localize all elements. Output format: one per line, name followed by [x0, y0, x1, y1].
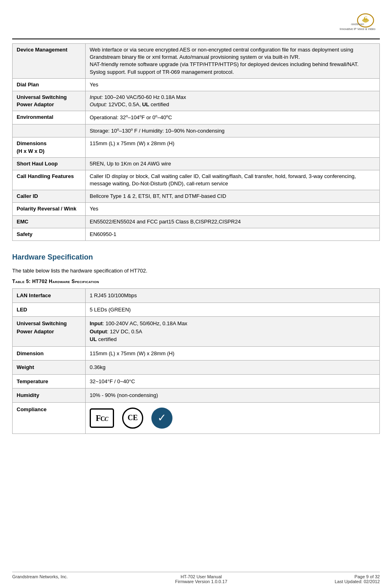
value-emc: EN55022/EN55024 and FCC part15 Class B,C… [86, 215, 380, 228]
svg-text:G: G [364, 16, 368, 21]
value-caller-id: Bellcore Type 1 & 2, ETSI, BT, NTT, and … [86, 190, 380, 203]
table-row: Dimensions(H x W x D) 115mm (L) x 75mm (… [13, 137, 380, 157]
label-safety: Safety [13, 228, 86, 240]
value-dial-plan: Yes [86, 78, 380, 91]
label-temperature: Temperature [13, 374, 86, 388]
hardware-spec-heading: Hardware Specification [12, 253, 380, 262]
label-weight: Weight [13, 361, 86, 375]
value-hw-universal: Input: 100-240V AC, 50/60Hz, 0.18A Max O… [86, 317, 380, 347]
label-universal-switching: Universal SwitchingPower Adaptor [13, 91, 86, 111]
table-row: EMC EN55022/EN55024 and FCC part15 Class… [13, 215, 380, 228]
value-polarity: Yes [86, 203, 380, 215]
footer-center: HT-702 User Manual Firmware Version 1.0.… [175, 574, 227, 584]
table-row: Dimension 115mm (L) x 75mm (W) x 28mm (H… [13, 346, 380, 361]
table-row: Safety EN60950-1 [13, 228, 380, 240]
value-env-storage: Storage: 10o–130o F / Humidity: 10–90% N… [86, 124, 380, 137]
label-hw-universal: Universal SwitchingPower Adaptor [13, 317, 86, 347]
table-row: Compliance FCC CE ✓ [13, 402, 380, 433]
value-dimension: 115mm (L) x 75mm (W) x 28mm (H) [86, 346, 380, 361]
fcc-icon: FCC [90, 408, 114, 428]
label-device-management: Device Management [13, 44, 86, 79]
label-dimensions: Dimensions(H x W x D) [13, 137, 86, 157]
label-emc: EMC [13, 215, 86, 228]
table-row: Humidity 10% - 90% (non-condensing) [13, 388, 380, 403]
value-humidity: 10% - 90% (non-condensing) [86, 388, 380, 403]
footer-page: Page 9 of 32 [335, 574, 380, 579]
value-safety: EN60950-1 [86, 228, 380, 240]
table-row: Dial Plan Yes [13, 78, 380, 91]
label-env-storage [13, 124, 86, 137]
svg-text:Innovative IP Voice & Video: Innovative IP Voice & Video [340, 27, 375, 31]
table-row: Universal SwitchingPower Adaptor Input: … [13, 317, 380, 347]
table-row: Call Handling Features Caller ID display… [13, 170, 380, 190]
footer-updated: Last Updated: 02/2012 [335, 579, 380, 584]
compliance-icons-group: FCC CE ✓ [90, 406, 375, 431]
table-row: Polarity Reversal / Wink Yes [13, 203, 380, 215]
table-row: Storage: 10o–130o F / Humidity: 10–90% N… [13, 124, 380, 137]
page-footer: Grandstream Networks, Inc. HT-702 User M… [12, 572, 380, 584]
main-spec-table: Device Management Web interface or via s… [12, 43, 380, 241]
label-polarity: Polarity Reversal / Wink [13, 203, 86, 215]
value-led: 5 LEDs (GREEN) [86, 303, 380, 317]
label-dimension: Dimension [13, 346, 86, 361]
checkmark-symbol: ✓ [157, 410, 166, 426]
table-row: Caller ID Bellcore Type 1 & 2, ETSI, BT,… [13, 190, 380, 203]
value-temperature: 32~104°F / 0~40°C [86, 374, 380, 388]
table-row: Environmental Operational: 32o–104oF or … [13, 111, 380, 124]
label-compliance: Compliance [13, 402, 86, 433]
page: Innovative IP Voice & Video G randstream… [0, 0, 392, 466]
footer-firmware: Firmware Version 1.0.0.17 [175, 579, 227, 584]
value-environmental: Operational: 32o–104oF or 0o–40oC [86, 111, 380, 124]
value-short-haul: 5REN, Up to 1Km on 24 AWG wire [86, 157, 380, 170]
table-row: Universal SwitchingPower Adaptor Input: … [13, 91, 380, 111]
logo-area: Innovative IP Voice & Video G randstream [12, 8, 380, 39]
label-short-haul: Short Haul Loop [13, 157, 86, 170]
fcc-text: FCC [96, 412, 108, 424]
value-dimensions: 115mm (L) x 75mm (W) x 28mm (H) [86, 137, 380, 157]
table-row: Short Haul Loop 5REN, Up to 1Km on 24 AW… [13, 157, 380, 170]
value-compliance: FCC CE ✓ [86, 402, 380, 433]
table-row: Device Management Web interface or via s… [13, 44, 380, 79]
table-caption: Table 5: HT702 Hardware Specification [12, 279, 380, 284]
hw-spec-table: LAN Interface 1 RJ45 10/100Mbps LED 5 LE… [12, 288, 380, 434]
label-dial-plan: Dial Plan [13, 78, 86, 91]
footer-manual-title: HT-702 User Manual [175, 574, 227, 579]
footer-right: Page 9 of 32 Last Updated: 02/2012 [335, 574, 380, 584]
label-humidity: Humidity [13, 388, 86, 403]
table-row: Weight 0.36kg [13, 361, 380, 375]
ul-check-icon: ✓ [151, 408, 172, 429]
table-row: LED 5 LEDs (GREEN) [13, 303, 380, 317]
label-environmental: Environmental [13, 111, 86, 124]
label-caller-id: Caller ID [13, 190, 86, 203]
label-call-handling: Call Handling Features [13, 170, 86, 190]
grandstream-logo: Innovative IP Voice & Video G randstream [339, 12, 376, 34]
label-led: LED [13, 303, 86, 317]
value-lan: 1 RJ45 10/100Mbps [86, 289, 380, 303]
ce-text: CE [128, 412, 138, 423]
footer-left: Grandstream Networks, Inc. [12, 574, 68, 584]
table-row: Temperature 32~104°F / 0~40°C [13, 374, 380, 388]
value-device-management: Web interface or via secure encrypted AE… [86, 44, 380, 79]
value-universal-switching: Input: 100–240 VAC/50-60 Hz 0.18A Max Ou… [86, 91, 380, 111]
value-call-handling: Caller ID display or block, Call waiting… [86, 170, 380, 190]
svg-text:randstream: randstream [351, 23, 364, 26]
table-row: LAN Interface 1 RJ45 10/100Mbps [13, 289, 380, 303]
section-intro: The table below lists the hardware speci… [12, 268, 380, 274]
label-lan: LAN Interface [13, 289, 86, 303]
ce-icon: CE [122, 408, 143, 429]
value-weight: 0.36kg [86, 361, 380, 375]
table-caption-text: Table 5: HT702 Hardware Specification [12, 279, 99, 284]
